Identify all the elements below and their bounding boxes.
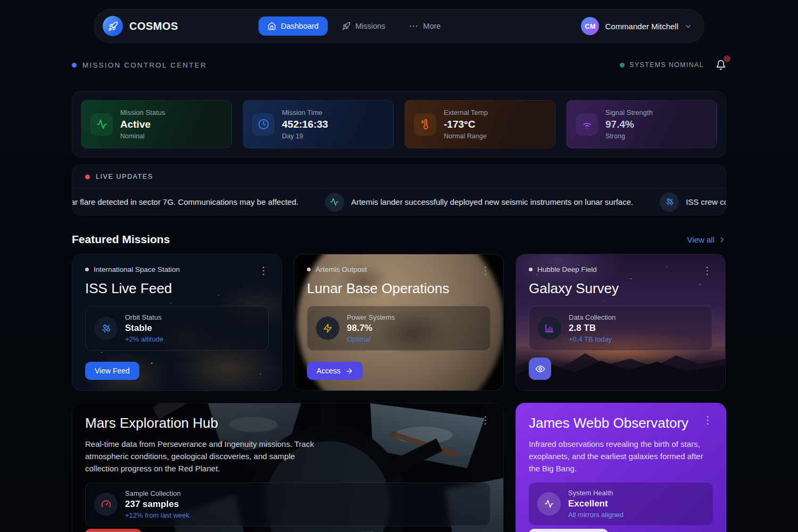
activity-icon xyxy=(90,113,113,136)
chevron-down-icon xyxy=(684,22,692,30)
stat-value: 452:16:33 xyxy=(282,119,328,130)
ticker-text: Artemis lander successfully deployed new… xyxy=(351,197,633,206)
mission-title: Lunar Base Operations xyxy=(307,280,491,297)
tag-dot-icon xyxy=(307,268,311,271)
red-dot-icon xyxy=(85,174,90,179)
card-menu-button[interactable]: ⋮ xyxy=(480,265,491,276)
stat-label: Orbit Status xyxy=(125,313,163,321)
stat-card-mission-status: Mission Status Active Nominal xyxy=(81,100,232,148)
stat-label: Signal Strength xyxy=(605,109,653,117)
card-menu-button[interactable]: ⋮ xyxy=(480,415,491,425)
stat-label: External Temp xyxy=(444,109,488,117)
ticker-item: Artemis lander successfully deployed new… xyxy=(325,193,633,212)
satellite-icon xyxy=(660,193,679,212)
gauge-icon xyxy=(94,493,118,516)
mission-stat-panel: Power Systems 98.7% Optimal xyxy=(307,306,491,351)
view-discoveries-button[interactable]: View discoveries xyxy=(529,529,608,532)
stat-sub: +12% from last week xyxy=(125,511,189,519)
stat-value: Excellent xyxy=(568,498,624,509)
stat-sub: +2% altitude xyxy=(125,335,163,343)
cosmos-logo xyxy=(103,16,123,36)
mission-tag-label: International Space Station xyxy=(94,265,180,273)
ticker-item: ISS crew completes critical EVA repairs … xyxy=(660,193,726,212)
top-navbar: COSMOS Dashboard Missions ⋯ More CM Comm… xyxy=(94,9,704,43)
live-updates-panel: LIVE UPDATES Solar flare detected in sec… xyxy=(72,164,726,215)
systems-status-label: SYSTEMS NOMINAL xyxy=(629,61,704,69)
chevron-right-icon xyxy=(718,236,726,244)
mission-card-iss: International Space Station ⋮ ISS Live F… xyxy=(72,254,282,391)
nav-missions-label: Missions xyxy=(355,22,385,30)
live-updates-title: LIVE UPDATES xyxy=(96,173,153,180)
stat-sub: Strong xyxy=(605,132,653,140)
ticker-text: ISS crew completes critical EVA repairs … xyxy=(686,197,726,206)
avatar: CM xyxy=(581,17,599,35)
explore-button[interactable]: Explore xyxy=(85,529,142,532)
stat-sub: Normal Range xyxy=(444,132,488,140)
stat-value: 237 samples xyxy=(125,499,189,510)
mission-tag: International Space Station xyxy=(85,265,180,273)
mission-title: ISS Live Feed xyxy=(85,280,269,297)
mars-exploration-card: Mars Exploration Hub ⋮ Real-time data fr… xyxy=(72,403,504,532)
stat-value: -173°C xyxy=(444,119,488,130)
tag-dot-icon xyxy=(85,268,89,271)
ticker-text: Solar flare detected in sector 7G. Commu… xyxy=(72,197,298,206)
brand-name: COSMOS xyxy=(129,20,178,32)
page-title: MISSION CONTROL CENTER xyxy=(82,61,207,69)
systems-status: SYSTEMS NOMINAL xyxy=(620,61,704,69)
nav-dashboard-button[interactable]: Dashboard xyxy=(259,16,328,36)
brand-group: COSMOS xyxy=(103,16,178,36)
nav-missions-button[interactable]: Missions xyxy=(333,16,394,36)
access-button[interactable]: Access xyxy=(307,362,363,380)
news-ticker: Solar flare detected in sector 7G. Commu… xyxy=(72,189,726,215)
wifi-icon xyxy=(576,113,598,136)
ellipsis-icon: ⋯ xyxy=(409,23,418,29)
nav-more-button[interactable]: ⋯ More xyxy=(400,16,450,36)
stat-sub: All mirrors aligned xyxy=(568,511,624,519)
mars-description: Real-time data from Perseverance and Ing… xyxy=(85,438,326,475)
mission-card-lunar: Artemis Outpost ⋮ Lunar Base Operations … xyxy=(294,254,504,391)
card-menu-button[interactable]: ⋮ xyxy=(259,265,269,276)
activity-icon xyxy=(537,492,561,516)
stat-sub: Day 19 xyxy=(282,132,328,140)
mars-stat-panel: Sample Collection 237 samples +12% from … xyxy=(85,483,491,526)
thermometer-icon xyxy=(414,113,436,136)
notification-badge xyxy=(724,55,730,62)
stat-value: Stable xyxy=(125,323,163,334)
blue-dot-icon xyxy=(72,63,77,68)
view-all-label: View all xyxy=(687,235,714,244)
bar-chart-icon xyxy=(538,317,561,340)
stat-card-mission-time: Mission Time 452:16:33 Day 19 xyxy=(243,100,394,148)
mission-tag: Artemis Outpost xyxy=(307,265,367,273)
rocket-icon xyxy=(108,21,118,31)
view-button[interactable] xyxy=(529,358,551,380)
ticker-item: Solar flare detected in sector 7G. Commu… xyxy=(72,193,298,212)
green-dot-icon xyxy=(620,63,625,68)
stat-label: Power Systems xyxy=(347,313,395,321)
card-menu-button[interactable]: ⋮ xyxy=(702,265,712,276)
webb-title: James Webb Observatory xyxy=(529,415,688,431)
stat-value: 97.4% xyxy=(605,119,653,130)
mission-card-galaxy: Hubble Deep Field ⋮ Galaxy Survey Data C… xyxy=(516,254,726,391)
stat-label: Sample Collection xyxy=(125,489,189,497)
stat-value: 98.7% xyxy=(347,323,395,334)
stat-label: Mission Status xyxy=(120,109,165,117)
mission-stat-panel: Orbit Status Stable +2% altitude xyxy=(85,306,269,351)
stat-value: Active xyxy=(120,119,165,130)
arrow-right-icon xyxy=(345,367,353,375)
mission-tag-label: Artemis Outpost xyxy=(315,265,367,273)
mission-tag: Hubble Deep Field xyxy=(529,265,597,273)
nav-menu: Dashboard Missions ⋯ More xyxy=(259,16,450,36)
mission-title: Galaxy Survey xyxy=(529,280,712,297)
stat-value: 2.8 TB xyxy=(569,323,616,334)
stat-label: System Health xyxy=(568,489,624,497)
notifications-button[interactable] xyxy=(716,60,726,70)
view-feed-button[interactable]: View Feed xyxy=(85,362,139,380)
satellite-icon xyxy=(94,317,118,340)
card-menu-button[interactable]: ⋮ xyxy=(703,415,713,425)
stat-sub: Nominal xyxy=(120,132,165,140)
user-menu[interactable]: CM Commander Mitchell xyxy=(581,17,692,35)
nav-more-label: More xyxy=(423,22,440,30)
view-all-link[interactable]: View all xyxy=(687,235,726,244)
webb-stat-panel: System Health Excellent All mirrors alig… xyxy=(529,483,713,525)
nav-dashboard-label: Dashboard xyxy=(281,22,319,30)
